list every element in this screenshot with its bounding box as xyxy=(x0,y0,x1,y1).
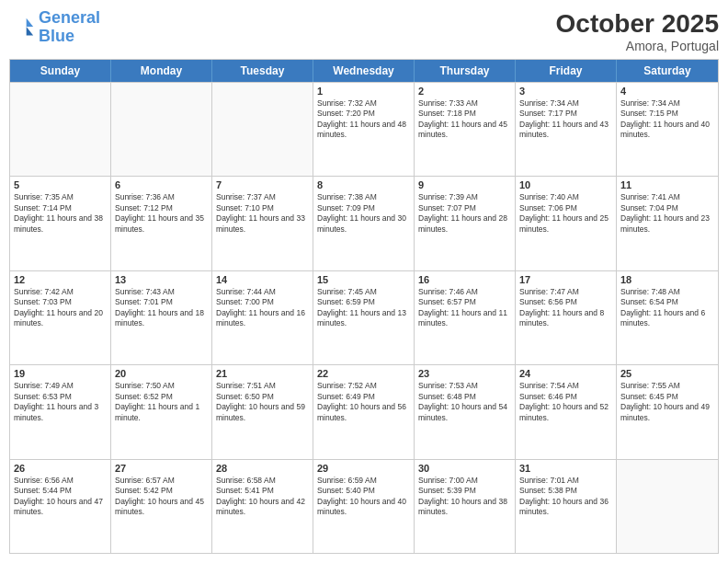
day-number: 6 xyxy=(115,179,208,190)
cal-cell xyxy=(10,83,111,176)
day-number: 26 xyxy=(14,463,107,474)
day-header-saturday: Saturday xyxy=(617,60,718,82)
cell-info: Sunrise: 7:01 AM Sunset: 5:38 PM Dayligh… xyxy=(519,476,612,518)
cell-info: Sunrise: 7:38 AM Sunset: 7:09 PM Dayligh… xyxy=(317,192,410,235)
cal-cell: 28Sunrise: 6:58 AM Sunset: 5:41 PM Dayli… xyxy=(212,460,313,553)
cell-info: Sunrise: 7:47 AM Sunset: 6:56 PM Dayligh… xyxy=(519,287,612,329)
cal-cell: 31Sunrise: 7:01 AM Sunset: 5:38 PM Dayli… xyxy=(516,460,617,553)
cal-row-2: 12Sunrise: 7:42 AM Sunset: 7:03 PM Dayli… xyxy=(10,270,718,364)
svg-marker-0 xyxy=(27,18,33,27)
cell-info: Sunrise: 7:32 AM Sunset: 7:20 PM Dayligh… xyxy=(317,98,410,141)
day-header-monday: Monday xyxy=(111,60,212,82)
cal-cell: 2Sunrise: 7:33 AM Sunset: 7:18 PM Daylig… xyxy=(415,83,516,176)
header: General Blue October 2025 Amora, Portuga… xyxy=(9,9,719,53)
cal-cell: 13Sunrise: 7:43 AM Sunset: 7:01 PM Dayli… xyxy=(111,271,212,364)
day-number: 5 xyxy=(14,179,107,190)
cal-cell: 25Sunrise: 7:55 AM Sunset: 6:45 PM Dayli… xyxy=(617,365,718,458)
day-header-sunday: Sunday xyxy=(10,60,111,82)
day-number: 17 xyxy=(519,274,612,285)
cal-cell: 3Sunrise: 7:34 AM Sunset: 7:17 PM Daylig… xyxy=(516,83,617,176)
day-number: 10 xyxy=(519,179,612,190)
logo-text: General Blue xyxy=(39,9,100,46)
cal-row-1: 5Sunrise: 7:35 AM Sunset: 7:14 PM Daylig… xyxy=(10,176,718,270)
cell-info: Sunrise: 7:43 AM Sunset: 7:01 PM Dayligh… xyxy=(115,287,208,329)
cell-info: Sunrise: 7:50 AM Sunset: 6:52 PM Dayligh… xyxy=(115,381,208,423)
cal-cell: 6Sunrise: 7:36 AM Sunset: 7:12 PM Daylig… xyxy=(111,177,212,270)
cal-cell: 16Sunrise: 7:46 AM Sunset: 6:57 PM Dayli… xyxy=(415,271,516,364)
day-number: 9 xyxy=(418,179,511,190)
day-number: 30 xyxy=(418,463,511,474)
cal-cell: 5Sunrise: 7:35 AM Sunset: 7:14 PM Daylig… xyxy=(10,177,111,270)
day-number: 3 xyxy=(519,86,612,97)
cell-info: Sunrise: 6:59 AM Sunset: 5:40 PM Dayligh… xyxy=(317,476,410,518)
cal-cell: 24Sunrise: 7:54 AM Sunset: 6:46 PM Dayli… xyxy=(516,365,617,458)
cell-info: Sunrise: 7:41 AM Sunset: 7:04 PM Dayligh… xyxy=(620,192,714,235)
cell-info: Sunrise: 7:42 AM Sunset: 7:03 PM Dayligh… xyxy=(14,287,107,329)
cal-cell: 11Sunrise: 7:41 AM Sunset: 7:04 PM Dayli… xyxy=(617,177,718,270)
day-header-tuesday: Tuesday xyxy=(212,60,313,82)
cell-info: Sunrise: 7:39 AM Sunset: 7:07 PM Dayligh… xyxy=(418,192,511,235)
page: General Blue October 2025 Amora, Portuga… xyxy=(0,0,728,563)
day-number: 4 xyxy=(620,86,714,97)
cal-cell: 1Sunrise: 7:32 AM Sunset: 7:20 PM Daylig… xyxy=(313,83,415,176)
day-header-wednesday: Wednesday xyxy=(313,60,415,82)
day-number: 29 xyxy=(317,463,410,474)
cal-cell: 26Sunrise: 6:56 AM Sunset: 5:44 PM Dayli… xyxy=(10,460,111,553)
day-number: 28 xyxy=(216,463,309,474)
logo: General Blue xyxy=(9,9,100,46)
cal-cell: 7Sunrise: 7:37 AM Sunset: 7:10 PM Daylig… xyxy=(212,177,313,270)
day-number: 12 xyxy=(14,274,107,285)
cal-cell: 18Sunrise: 7:48 AM Sunset: 6:54 PM Dayli… xyxy=(617,271,718,364)
day-header-friday: Friday xyxy=(516,60,617,82)
day-number: 23 xyxy=(418,368,511,379)
cell-info: Sunrise: 7:52 AM Sunset: 6:49 PM Dayligh… xyxy=(317,381,410,423)
day-number: 31 xyxy=(519,463,612,474)
cal-row-0: 1Sunrise: 7:32 AM Sunset: 7:20 PM Daylig… xyxy=(10,82,718,176)
day-number: 25 xyxy=(620,368,714,379)
cal-cell: 14Sunrise: 7:44 AM Sunset: 7:00 PM Dayli… xyxy=(212,271,313,364)
day-number: 27 xyxy=(115,463,208,474)
month-title: October 2025 xyxy=(556,9,719,39)
day-number: 24 xyxy=(519,368,612,379)
cell-info: Sunrise: 7:46 AM Sunset: 6:57 PM Dayligh… xyxy=(418,287,511,329)
day-number: 11 xyxy=(620,179,714,190)
day-number: 13 xyxy=(115,274,208,285)
cal-cell: 21Sunrise: 7:51 AM Sunset: 6:50 PM Dayli… xyxy=(212,365,313,458)
cell-info: Sunrise: 7:34 AM Sunset: 7:17 PM Dayligh… xyxy=(519,98,612,141)
cal-cell: 30Sunrise: 7:00 AM Sunset: 5:39 PM Dayli… xyxy=(415,460,516,553)
svg-marker-1 xyxy=(27,27,33,35)
cal-cell: 22Sunrise: 7:52 AM Sunset: 6:49 PM Dayli… xyxy=(313,365,415,458)
cell-info: Sunrise: 7:40 AM Sunset: 7:06 PM Dayligh… xyxy=(519,192,612,235)
calendar: SundayMondayTuesdayWednesdayThursdayFrid… xyxy=(9,59,719,554)
cell-info: Sunrise: 7:44 AM Sunset: 7:00 PM Dayligh… xyxy=(216,287,309,329)
day-number: 21 xyxy=(216,368,309,379)
cal-cell: 9Sunrise: 7:39 AM Sunset: 7:07 PM Daylig… xyxy=(415,177,516,270)
cal-cell: 29Sunrise: 6:59 AM Sunset: 5:40 PM Dayli… xyxy=(313,460,415,553)
cell-info: Sunrise: 7:45 AM Sunset: 6:59 PM Dayligh… xyxy=(317,287,410,329)
day-number: 19 xyxy=(14,368,107,379)
cal-cell: 8Sunrise: 7:38 AM Sunset: 7:09 PM Daylig… xyxy=(313,177,415,270)
cal-cell: 4Sunrise: 7:34 AM Sunset: 7:15 PM Daylig… xyxy=(617,83,718,176)
cal-cell: 19Sunrise: 7:49 AM Sunset: 6:53 PM Dayli… xyxy=(10,365,111,458)
cell-info: Sunrise: 7:48 AM Sunset: 6:54 PM Dayligh… xyxy=(620,287,714,329)
cal-cell xyxy=(111,83,212,176)
day-number: 2 xyxy=(418,86,511,97)
calendar-body: 1Sunrise: 7:32 AM Sunset: 7:20 PM Daylig… xyxy=(10,82,718,553)
cal-cell xyxy=(212,83,313,176)
cal-cell: 27Sunrise: 6:57 AM Sunset: 5:42 PM Dayli… xyxy=(111,460,212,553)
day-number: 8 xyxy=(317,179,410,190)
day-number: 16 xyxy=(418,274,511,285)
day-number: 18 xyxy=(620,274,714,285)
calendar-header-row: SundayMondayTuesdayWednesdayThursdayFrid… xyxy=(10,60,718,82)
cell-info: Sunrise: 7:49 AM Sunset: 6:53 PM Dayligh… xyxy=(14,381,107,423)
cal-cell: 17Sunrise: 7:47 AM Sunset: 6:56 PM Dayli… xyxy=(516,271,617,364)
cal-cell: 10Sunrise: 7:40 AM Sunset: 7:06 PM Dayli… xyxy=(516,177,617,270)
day-number: 1 xyxy=(317,86,410,97)
day-number: 7 xyxy=(216,179,309,190)
day-number: 14 xyxy=(216,274,309,285)
day-number: 20 xyxy=(115,368,208,379)
cell-info: Sunrise: 7:54 AM Sunset: 6:46 PM Dayligh… xyxy=(519,381,612,423)
cal-cell: 23Sunrise: 7:53 AM Sunset: 6:48 PM Dayli… xyxy=(415,365,516,458)
cell-info: Sunrise: 7:37 AM Sunset: 7:10 PM Dayligh… xyxy=(216,192,309,235)
cell-info: Sunrise: 7:00 AM Sunset: 5:39 PM Dayligh… xyxy=(418,476,511,518)
